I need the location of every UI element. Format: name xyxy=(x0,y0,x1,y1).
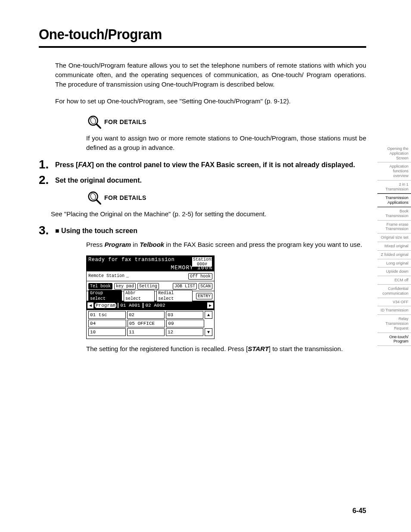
sidebar-tab-mixed[interactable]: Mixed original xyxy=(377,242,411,251)
lcd-screen: Ready for fax transmission Stations 000#… xyxy=(86,255,215,339)
page-number: 6-45 xyxy=(352,507,366,515)
lcd-right-arrow-button[interactable]: ▶ xyxy=(207,302,213,308)
lcd-up-arrow-button[interactable]: ▲ xyxy=(205,311,212,319)
lcd-remote-station-row: Remote Station _ Off hook xyxy=(87,271,214,281)
lcd-program-slot-1[interactable]: 01 A001 xyxy=(118,303,142,308)
sidebar-tab-frame-erase[interactable]: Frame erase Transmission xyxy=(377,221,411,234)
details-1-text: If you want to assign two or more remote… xyxy=(86,134,366,152)
lcd-scan-button[interactable]: SCAN xyxy=(199,283,212,289)
lcd-onetouch-09[interactable]: 09 xyxy=(166,320,204,327)
sidebar-tab-confidential[interactable]: Confidential communication xyxy=(377,285,411,298)
lcd-remote-label: Remote Station xyxy=(88,274,125,278)
lcd-groupselect-button[interactable]: Group select xyxy=(88,290,122,302)
lcd-left-arrow-button[interactable]: ◀ xyxy=(87,302,93,308)
step-1: 1. Press [FAX] on the control panel to v… xyxy=(39,159,366,171)
sidebar-tab-zfolded[interactable]: Z folded original xyxy=(377,251,411,259)
lcd-onetouch-grid: 01 tsc 02 03 ▲ 04 05 OFFICE 09 10 11 12 … xyxy=(87,310,214,339)
sidebar-tab-overview[interactable]: Application functions overview xyxy=(377,162,411,180)
lcd-header: Ready for fax transmission Stations 000#… xyxy=(87,256,214,271)
svg-line-2 xyxy=(97,124,101,128)
lcd-cursor: _ xyxy=(126,274,129,278)
sidebar-tab-upside[interactable]: Upside down xyxy=(377,268,411,276)
lcd-onetouch-03[interactable]: 03 xyxy=(166,311,203,319)
sidebar-tab-id[interactable]: ID Transmission xyxy=(377,306,411,315)
for-details-label: FOR DETAILS xyxy=(104,194,146,201)
sidebar-tab-onetouch[interactable]: One-touch/ Program xyxy=(377,333,411,346)
sidebar-tab-transmission-applications[interactable]: 6 Transmission Applications xyxy=(377,193,411,207)
step-1-text: Press [FAX] on the control panel to view… xyxy=(51,159,355,170)
sidebar-tab-long[interactable]: Long original xyxy=(377,259,411,268)
step-2-number: 2. xyxy=(39,174,51,186)
intro-paragraph-2: For how to set up One-touch/Program, see… xyxy=(55,96,366,106)
square-bullet-icon: ■ xyxy=(55,227,59,234)
svg-point-4 xyxy=(90,193,97,200)
step-1-number: 1. xyxy=(39,159,51,171)
lcd-onetouch-12[interactable]: 12 xyxy=(166,328,203,336)
step-3-paragraph: Press Program in Telbook in the FAX Basi… xyxy=(86,240,366,249)
step-3-number: 3. xyxy=(39,224,51,236)
step-3: 3. ■ Using the touch screen xyxy=(39,224,366,236)
intro-paragraph-1: The One-touch/Program feature allows you… xyxy=(55,61,366,89)
lcd-tab-row-2: Group select Abbr select Redial select E… xyxy=(87,291,214,301)
for-details-label: FOR DETAILS xyxy=(104,118,146,125)
for-details-heading-2: FOR DETAILS xyxy=(86,190,411,206)
sidebar-tab-2in1[interactable]: 2 in 1 Transmission xyxy=(377,180,411,194)
sidebar-tab-ecm[interactable]: ECM off xyxy=(377,276,411,285)
lcd-telbook-tab[interactable]: Tel book xyxy=(88,283,112,289)
lcd-down-arrow-button[interactable]: ▼ xyxy=(205,328,212,336)
lcd-onetouch-01[interactable]: 01 tsc xyxy=(88,311,126,319)
page-title: One-touch/Program xyxy=(39,26,381,43)
lcd-keypad-tab[interactable]: key pad xyxy=(114,283,136,289)
lcd-program-button[interactable]: Program xyxy=(94,302,117,308)
svg-point-1 xyxy=(90,117,97,124)
lcd-onetouch-02[interactable]: 02 xyxy=(127,311,165,319)
lcd-abbrselect-button[interactable]: Abbr select xyxy=(124,290,155,302)
lcd-entry-button[interactable]: ENTRY xyxy=(196,293,212,299)
magnifier-icon xyxy=(86,114,103,130)
step-2: 2. Set the original document. xyxy=(39,174,366,186)
sidebar-tab-book[interactable]: Book Transmission xyxy=(377,207,411,221)
lcd-onetouch-04[interactable]: 04 xyxy=(88,320,126,327)
lcd-program-slot-2[interactable]: 02 A002 xyxy=(143,303,167,308)
sidebar-tabs: Opening the Application Screen Applicati… xyxy=(377,145,411,346)
title-rule xyxy=(39,46,366,48)
sidebar-tab-original-size[interactable]: Original size set xyxy=(377,233,411,242)
sidebar-tab-v34[interactable]: V34 OFF xyxy=(377,298,411,307)
lcd-joblist-button[interactable]: JOB LIST xyxy=(173,283,197,289)
step-2-text: Set the original document. xyxy=(51,174,142,185)
svg-line-5 xyxy=(97,199,101,204)
lcd-onetouch-05[interactable]: 05 OFFICE xyxy=(128,320,165,327)
step-3-text: ■ Using the touch screen xyxy=(51,224,137,236)
sidebar-tab-relay[interactable]: Relay Transmission Request xyxy=(377,315,411,333)
lcd-offhook-button[interactable]: Off hook xyxy=(188,273,212,280)
sidebar-tab-opening[interactable]: Opening the Application Screen xyxy=(377,145,411,162)
lcd-onetouch-10[interactable]: 10 xyxy=(88,328,126,336)
for-details-heading-1: FOR DETAILS xyxy=(86,114,411,130)
lcd-redialselect-button[interactable]: Redial select xyxy=(156,290,193,302)
lcd-program-row: ◀ Program 01 A001 02 A002 ▶ xyxy=(87,301,214,310)
lcd-memory-indicator: MEMORY 100% xyxy=(171,264,212,271)
details-2-text: See "Placing the Original on the Machine… xyxy=(51,209,366,219)
spacer xyxy=(206,320,212,327)
lcd-setting-tab[interactable]: Setting xyxy=(137,283,159,289)
after-lcd-paragraph: The setting for the registered function … xyxy=(86,344,366,354)
magnifier-icon xyxy=(86,190,103,206)
lcd-onetouch-11[interactable]: 11 xyxy=(127,328,165,336)
